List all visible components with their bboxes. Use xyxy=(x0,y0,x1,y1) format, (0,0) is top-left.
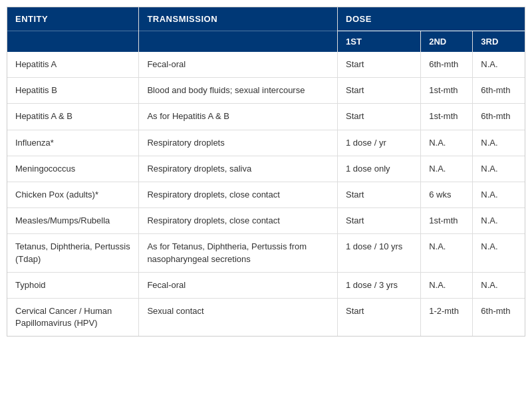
cell-dose1st: 1 dose / 3 yrs xyxy=(338,272,421,298)
table-row: TyphoidFecal-oral1 dose / 3 yrsN.A.N.A. xyxy=(7,272,525,298)
cell-entity: Influenza* xyxy=(7,130,139,156)
table-row: Tetanus, Diphtheria, Pertussis (Tdap)As … xyxy=(7,234,525,272)
cell-dose2nd: N.A. xyxy=(421,156,473,182)
header-dose: DOSE xyxy=(338,7,525,31)
cell-entity: Typhoid xyxy=(7,272,139,298)
cell-dose2nd: 6th-mth xyxy=(421,52,473,78)
cell-transmission: Fecal-oral xyxy=(139,272,338,298)
cell-dose1st: Start xyxy=(338,298,421,336)
cell-dose3rd: 6th-mth xyxy=(473,78,525,104)
cell-dose3rd: 6th-mth xyxy=(473,298,525,336)
vaccine-table: ENTITY TRANSMISSION DOSE 1ST 2ND 3RD Hep… xyxy=(7,7,525,336)
cell-dose3rd: N.A. xyxy=(473,156,525,182)
header-transmission-spacer xyxy=(139,31,338,53)
cell-entity: Cervical Cancer / Human Papillomavirus (… xyxy=(7,298,139,336)
header-dose2nd: 2ND xyxy=(421,31,473,53)
cell-dose2nd: 6 wks xyxy=(421,182,473,207)
cell-dose2nd: 1st-mth xyxy=(421,104,473,130)
cell-transmission: As for Tetanus, Diphtheria, Pertussis fr… xyxy=(139,234,338,272)
cell-transmission: Respiratory droplets xyxy=(139,130,338,156)
cell-dose2nd: N.A. xyxy=(421,130,473,156)
cell-dose1st: Start xyxy=(338,182,421,207)
table-row: Hepatitis A & BAs for Hepatitis A & BSta… xyxy=(7,104,525,130)
cell-dose1st: Start xyxy=(338,104,421,130)
header-transmission: TRANSMISSION xyxy=(139,7,338,31)
cell-dose3rd: N.A. xyxy=(473,52,525,78)
cell-dose3rd: N.A. xyxy=(473,208,525,234)
cell-transmission: Blood and body fluids; sexual intercours… xyxy=(139,78,338,104)
cell-dose1st: 1 dose only xyxy=(338,156,421,182)
cell-dose3rd: 6th-mth xyxy=(473,104,525,130)
cell-entity: Tetanus, Diphtheria, Pertussis (Tdap) xyxy=(7,234,139,272)
cell-dose3rd: N.A. xyxy=(473,272,525,298)
table-row: Influenza*Respiratory droplets1 dose / y… xyxy=(7,130,525,156)
cell-dose1st: 1 dose / yr xyxy=(338,130,421,156)
cell-entity: Hepatitis B xyxy=(7,78,139,104)
cell-transmission: Sexual contact xyxy=(139,298,338,336)
cell-transmission: Fecal-oral xyxy=(139,52,338,78)
cell-entity: Meningococcus xyxy=(7,156,139,182)
vaccine-table-wrapper: ENTITY TRANSMISSION DOSE 1ST 2ND 3RD Hep… xyxy=(7,7,525,337)
cell-entity: Hepatitis A xyxy=(7,52,139,78)
cell-dose3rd: N.A. xyxy=(473,182,525,207)
header-dose1st: 1ST xyxy=(338,31,421,53)
table-row: Measles/Mumps/RubellaRespiratory droplet… xyxy=(7,208,525,234)
cell-transmission: Respiratory droplets, close contact xyxy=(139,208,338,234)
cell-dose3rd: N.A. xyxy=(473,234,525,272)
cell-dose2nd: 1st-mth xyxy=(421,208,473,234)
table-row: Hepatitis AFecal-oralStart6th-mthN.A. xyxy=(7,52,525,78)
cell-entity: Hepatitis A & B xyxy=(7,104,139,130)
cell-entity: Measles/Mumps/Rubella xyxy=(7,208,139,234)
cell-transmission: As for Hepatitis A & B xyxy=(139,104,338,130)
cell-dose2nd: N.A. xyxy=(421,272,473,298)
cell-dose1st: Start xyxy=(338,52,421,78)
cell-dose1st: Start xyxy=(338,78,421,104)
cell-transmission: Respiratory droplets, saliva xyxy=(139,156,338,182)
cell-dose1st: Start xyxy=(338,208,421,234)
header-entity-spacer xyxy=(7,31,139,53)
header-entity: ENTITY xyxy=(7,7,139,31)
cell-transmission: Respiratory droplets, close contact xyxy=(139,182,338,207)
cell-dose1st: 1 dose / 10 yrs xyxy=(338,234,421,272)
header-dose3rd: 3RD xyxy=(473,31,525,53)
cell-entity: Chicken Pox (adults)* xyxy=(7,182,139,207)
table-row: Chicken Pox (adults)*Respiratory droplet… xyxy=(7,182,525,207)
table-row: MeningococcusRespiratory droplets, saliv… xyxy=(7,156,525,182)
cell-dose2nd: N.A. xyxy=(421,234,473,272)
table-row: Hepatitis BBlood and body fluids; sexual… xyxy=(7,78,525,104)
cell-dose3rd: N.A. xyxy=(473,130,525,156)
cell-dose2nd: 1-2-mth xyxy=(421,298,473,336)
table-row: Cervical Cancer / Human Papillomavirus (… xyxy=(7,298,525,336)
cell-dose2nd: 1st-mth xyxy=(421,78,473,104)
